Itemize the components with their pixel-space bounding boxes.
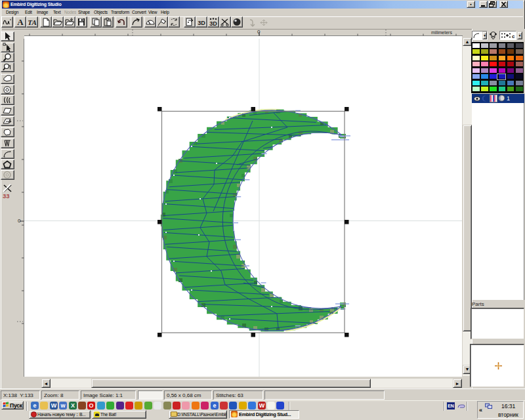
svg-text:A: A bbox=[17, 17, 24, 27]
svg-text:3D: 3D bbox=[209, 20, 217, 27]
svg-text:3D: 3D bbox=[198, 20, 205, 26]
svg-text:TA: TA bbox=[28, 18, 36, 26]
svg-text:c: c bbox=[512, 33, 515, 39]
